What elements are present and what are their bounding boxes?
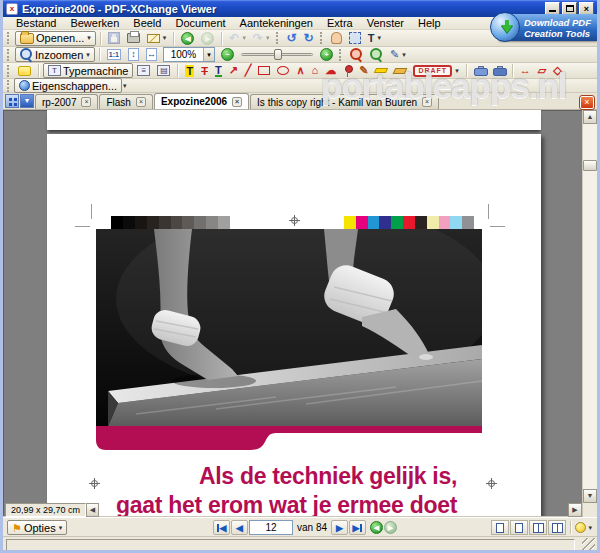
print-button[interactable] xyxy=(124,31,143,46)
text-box-button[interactable]: ≡ xyxy=(134,63,153,78)
resize-grip[interactable] xyxy=(582,538,595,551)
two-up-layout-icon[interactable] xyxy=(529,520,547,535)
options-button[interactable]: ⚑ Opties ▾ xyxy=(7,520,67,535)
hand-tool-button[interactable] xyxy=(328,31,345,46)
actual-size-button[interactable]: 1:1 xyxy=(104,47,124,62)
page-number-input[interactable] xyxy=(249,520,293,535)
select-text-button[interactable]: T▾ xyxy=(365,31,384,46)
first-page-button[interactable]: ◀ xyxy=(213,520,230,535)
polygon-annotation-button[interactable]: ⌂ xyxy=(309,63,322,78)
measure-area-button[interactable]: ◇ xyxy=(550,63,564,78)
vertical-scroll-thumb[interactable] xyxy=(583,160,597,171)
scroll-right-icon[interactable]: ▶ xyxy=(568,503,582,517)
arrow-annotation-button[interactable]: ↗ xyxy=(226,63,241,78)
scroll-left-icon[interactable]: ◀ xyxy=(86,503,99,517)
stamp-palette-button[interactable] xyxy=(490,63,508,78)
panel-toggle-icon[interactable]: ▾ xyxy=(20,94,34,108)
cloud-annotation-button[interactable]: ☁ xyxy=(322,63,339,78)
menu-extra[interactable]: Extra xyxy=(320,17,360,30)
tab-rp-2007[interactable]: rp-2007× xyxy=(35,94,98,109)
go-forward-button[interactable]: ▶ xyxy=(198,31,217,46)
chevron-down-icon[interactable]: ▾ xyxy=(203,48,214,61)
toolbar-grip[interactable] xyxy=(276,32,281,44)
measure-perimeter-button[interactable]: ▱ xyxy=(535,63,549,78)
loupe-tool-button[interactable] xyxy=(347,47,366,62)
callout-button[interactable]: ▤ xyxy=(154,63,173,78)
pin-annotation-button[interactable] xyxy=(340,63,355,78)
two-up-continuous-layout-icon[interactable] xyxy=(548,520,566,535)
last-page-button[interactable]: ▶ xyxy=(349,520,366,535)
toolbar-grip[interactable] xyxy=(7,65,12,77)
oval-annotation-button[interactable] xyxy=(274,63,292,78)
draft-stamp-button[interactable]: DRAFT▾ xyxy=(410,63,461,78)
fit-width-button[interactable]: ↔ xyxy=(143,47,160,62)
menu-bewerken[interactable]: Bewerken xyxy=(63,17,126,30)
toolbar-grip[interactable] xyxy=(7,32,12,44)
smiley-icon[interactable] xyxy=(575,522,586,533)
thumbnails-panel-icon[interactable] xyxy=(5,94,19,108)
menu-bestand[interactable]: Bestand xyxy=(9,17,63,30)
next-page-button[interactable]: ▶ xyxy=(331,520,348,535)
rectangle-annotation-button[interactable] xyxy=(255,63,273,78)
line-annotation-button[interactable]: ╱ xyxy=(242,63,255,78)
menu-document[interactable]: Document xyxy=(168,17,232,30)
underline-text-button[interactable]: T xyxy=(212,63,225,78)
strikeout-text-button[interactable]: T xyxy=(198,63,211,78)
download-pdf-promo[interactable]: Download PDF Creation Tools xyxy=(498,14,597,41)
previous-page-button[interactable]: ◀ xyxy=(231,520,248,535)
tab-close-icon[interactable]: × xyxy=(232,97,242,107)
save-button[interactable] xyxy=(105,31,123,46)
fit-page-button[interactable]: ↕ xyxy=(125,47,142,62)
menu-beeld[interactable]: Beeld xyxy=(126,17,168,30)
properties-button[interactable]: Eigenschappen... xyxy=(14,78,122,93)
tab-expozine2006[interactable]: Expozine2006× xyxy=(154,93,249,109)
zoom-in-button[interactable]: + xyxy=(317,47,336,62)
zoom-level-combo[interactable]: 100%▾ xyxy=(163,47,215,62)
toolbar-grip[interactable] xyxy=(7,49,12,61)
go-back-button[interactable]: ◀ xyxy=(178,31,197,46)
rotate-ccw-button[interactable]: ↺ xyxy=(284,31,300,46)
sticky-note-button[interactable] xyxy=(15,63,34,78)
vertical-scrollbar[interactable]: ▲ ▼ xyxy=(582,110,597,503)
pan-zoom-tool-button[interactable] xyxy=(367,47,386,62)
highlight-text-button[interactable]: T xyxy=(182,63,197,78)
scroll-up-icon[interactable]: ▲ xyxy=(583,110,597,124)
menu-venster[interactable]: Venster xyxy=(360,17,411,30)
document-canvas[interactable]: Als de techniek gelijk is, gaat het erom… xyxy=(3,110,597,517)
tab-close-icon[interactable]: × xyxy=(422,97,432,107)
rotate-cw-button[interactable]: ↻ xyxy=(301,31,317,46)
eraser-annotation-button[interactable] xyxy=(391,63,409,78)
zoom-slider-thumb[interactable] xyxy=(274,49,282,60)
scroll-down-icon[interactable]: ▼ xyxy=(583,489,597,503)
highlighter-annotation-button[interactable] xyxy=(372,63,390,78)
close-document-icon[interactable]: × xyxy=(580,96,594,109)
email-button[interactable]: ▾ xyxy=(144,31,170,46)
open-button[interactable]: Openen...▾ xyxy=(15,31,96,46)
stamp-tool-button[interactable] xyxy=(471,63,489,78)
zoom-slider[interactable] xyxy=(241,48,313,61)
tab-close-icon[interactable]: × xyxy=(136,97,146,107)
single-page-layout-icon[interactable] xyxy=(491,520,509,535)
toolbar-grip[interactable] xyxy=(7,80,12,92)
typewriter-button[interactable]: TTypemachine xyxy=(43,63,133,78)
zoom-out-button[interactable]: − xyxy=(218,47,237,62)
redo-button[interactable]: ↷▾ xyxy=(250,31,273,46)
tab-is-this-copy-right-kamil-van-buuren[interactable]: Is this copy right - Kamil van Buuren× xyxy=(250,94,439,109)
menu-help[interactable]: Help xyxy=(411,17,448,30)
toolbar-grip[interactable] xyxy=(339,49,344,61)
pencil-annotation-button[interactable]: ✎ xyxy=(356,63,371,78)
continuous-layout-icon[interactable] xyxy=(510,520,528,535)
zoom-tool-button[interactable]: Inzoomen▾ xyxy=(15,47,95,62)
polyline-annotation-button[interactable]: ∧ xyxy=(293,63,307,78)
stylus-tool-button[interactable]: ✎▾ xyxy=(387,47,409,62)
menu-aantekeningen[interactable]: Aantekeningen xyxy=(233,17,320,30)
tab-close-icon[interactable]: × xyxy=(81,97,91,107)
undo-button[interactable]: ↶▾ xyxy=(226,31,249,46)
previous-view-icon[interactable]: ◀ xyxy=(370,521,383,534)
toolbar-grip[interactable] xyxy=(320,32,325,44)
measure-distance-button[interactable]: ↔ xyxy=(517,63,534,78)
next-view-icon[interactable]: ▶ xyxy=(384,521,397,534)
snapshot-tool-button[interactable] xyxy=(346,31,364,46)
tab-flash[interactable]: Flash× xyxy=(99,94,152,109)
calibration-swatch xyxy=(368,216,380,229)
